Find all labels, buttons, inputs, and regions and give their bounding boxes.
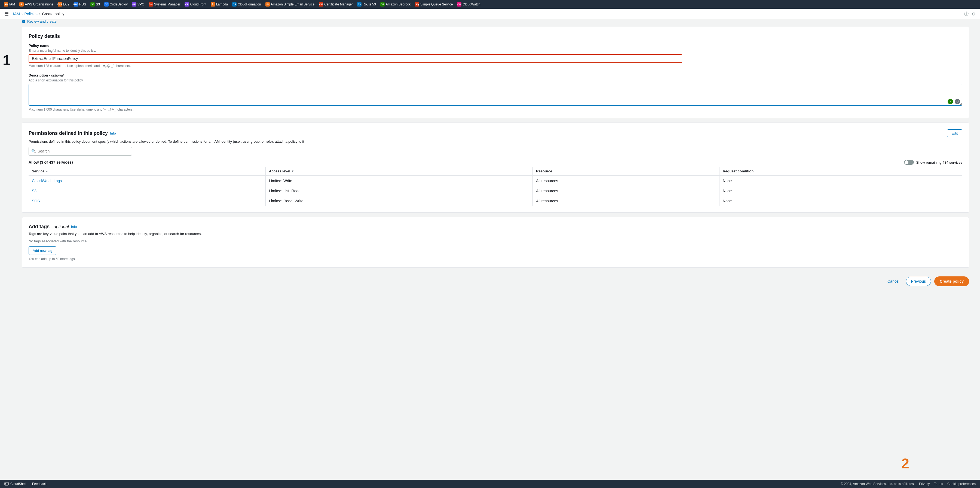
show-remaining-label: Show remaining 434 services	[916, 160, 962, 164]
s3-icon: S3	[91, 2, 95, 6]
permissions-info-link[interactable]: Info	[110, 131, 116, 136]
sort-arrow-access[interactable]: ▼	[291, 170, 294, 173]
permissions-edit-button[interactable]: Edit	[947, 129, 962, 137]
policy-desc-constraint: Maximum 1,000 characters. Use alphanumer…	[29, 108, 962, 112]
toggle-wrap: Show remaining 434 services	[904, 160, 962, 165]
textarea-icon-1: ✓	[948, 99, 953, 104]
permissions-description: Permissions defined in this policy docum…	[29, 139, 962, 144]
nav-item-cloudwatch[interactable]: CW CloudWatch	[455, 2, 482, 7]
service-link-1[interactable]: S3	[32, 189, 37, 193]
nav-item-iam[interactable]: IAM IAM	[2, 2, 17, 7]
nav-item-codedeploy[interactable]: CD CodeDeploy	[103, 2, 129, 7]
nav-label-ec2: EC2	[63, 2, 69, 6]
nav-label-s3: S3	[96, 2, 100, 6]
nav-item-ec2[interactable]: EC2 EC2	[56, 2, 71, 7]
table-row: CloudWatch Logs Limited: Write All resou…	[29, 175, 962, 186]
aws-org-icon: ⊞	[19, 2, 24, 6]
breadcrumb-policies[interactable]: Policies	[24, 12, 38, 16]
iam-icon: IAM	[4, 2, 8, 6]
nav-item-vpc[interactable]: VPC VPC	[130, 2, 146, 7]
condition-cell-1: None	[719, 186, 962, 196]
previous-button[interactable]: Previous	[906, 277, 931, 286]
sqs-icon: SQ	[415, 2, 419, 6]
settings-icon[interactable]: ⚙	[972, 11, 976, 17]
service-link-0[interactable]: CloudWatch Logs	[32, 179, 62, 183]
service-cell-1: S3	[29, 186, 266, 196]
systems-manager-icon: SM	[149, 2, 153, 6]
nav-item-bedrock[interactable]: BR Amazon Bedrock	[379, 2, 412, 7]
policy-name-input[interactable]	[29, 54, 682, 63]
nav-label-cert-manager: Certificate Manager	[324, 2, 353, 6]
policy-desc-label: Description - optional	[29, 73, 962, 77]
nav-item-rds[interactable]: RDS RDS	[72, 2, 88, 7]
search-icon: 🔍	[31, 149, 36, 153]
policy-name-label: Policy name	[29, 43, 962, 48]
resource-cell-2: All resources	[533, 196, 719, 206]
add-tags-info-link[interactable]: Info	[71, 225, 77, 229]
nav-item-s3[interactable]: S3 S3	[89, 2, 102, 7]
cancel-button[interactable]: Cancel	[884, 277, 903, 285]
service-link-2[interactable]: SQS	[32, 199, 40, 203]
nav-item-lambda[interactable]: λ Lambda	[209, 2, 229, 7]
create-policy-button[interactable]: Create policy	[934, 276, 969, 286]
toggle-thumb	[905, 160, 908, 164]
resource-cell-1: All resources	[533, 186, 719, 196]
cert-manager-icon: CM	[319, 2, 323, 6]
nav-label-cloudwatch: CloudWatch	[463, 2, 480, 6]
nav-item-sqs[interactable]: SQ Simple Queue Service	[413, 2, 454, 7]
show-remaining-toggle[interactable]	[904, 160, 914, 165]
condition-cell-2: None	[719, 196, 962, 206]
nav-label-systems-manager: Systems Manager	[154, 2, 180, 6]
permissions-title: Permissions defined in this policy	[29, 131, 108, 136]
nav-label-cloudformation: CloudFormation	[238, 2, 261, 6]
no-tags-label: No tags associated with the resource.	[29, 239, 962, 243]
nav-item-systems-manager[interactable]: SM Systems Manager	[147, 2, 182, 7]
th-service: Service ▲	[29, 167, 266, 175]
step-indicator-label: Review and create	[27, 19, 57, 24]
policy-details-title: Policy details	[29, 33, 962, 39]
nav-item-cert-manager[interactable]: CM Certificate Manager	[317, 2, 355, 7]
nav-item-cloudformation[interactable]: CF CloudFormation	[231, 2, 262, 7]
access-cell-2: Limited: Read, Write	[266, 196, 533, 206]
breadcrumb-iam[interactable]: IAM	[13, 12, 20, 16]
cloudformation-icon: CF	[232, 2, 237, 6]
policy-desc-wrapper: ✓ ↺	[29, 84, 962, 107]
nav-label-route53: Route 53	[363, 2, 376, 6]
condition-cell-0: None	[719, 175, 962, 186]
th-resource: Resource	[533, 167, 719, 175]
policy-desc-textarea[interactable]	[29, 84, 962, 106]
access-cell-0: Limited: Write	[266, 175, 533, 186]
nav-label-ses: Amazon Simple Email Service	[271, 2, 315, 6]
info-icon[interactable]: ⓘ	[964, 11, 969, 17]
hamburger-menu[interactable]: ☰	[4, 11, 9, 17]
route53-icon: 53	[357, 2, 361, 6]
table-header-row: Service ▲ Access level ▼ Resource	[29, 167, 962, 175]
add-tag-button[interactable]: Add new tag	[29, 246, 56, 255]
nav-label-rds: RDS	[79, 2, 86, 6]
search-wrapper: 🔍	[29, 147, 132, 155]
nav-item-aws-org[interactable]: ⊞ AWS Organizations	[18, 2, 55, 7]
nav-item-ses[interactable]: ✉ Amazon Simple Email Service	[264, 2, 316, 7]
vpc-icon: VPC	[132, 2, 136, 6]
th-access-level: Access level ▼	[266, 167, 533, 175]
resource-cell-0: All resources	[533, 175, 719, 186]
table-row: S3 Limited: List, Read All resources Non…	[29, 186, 962, 196]
nav-label-codedeploy: CodeDeploy	[110, 2, 128, 6]
check-circle-icon	[22, 20, 25, 24]
rds-icon: RDS	[74, 2, 78, 6]
permissions-table-body: CloudWatch Logs Limited: Write All resou…	[29, 175, 962, 206]
step-1-number: 1	[3, 52, 11, 69]
sort-arrow-service[interactable]: ▲	[45, 170, 48, 173]
search-input[interactable]	[29, 147, 132, 155]
footer-actions: Cancel Previous Create policy	[22, 272, 969, 290]
breadcrumb-sep-1: ›	[22, 12, 23, 16]
table-row: SQS Limited: Read, Write All resources N…	[29, 196, 962, 206]
ec2-icon: EC2	[58, 2, 62, 6]
policy-name-constraint: Maximum 128 characters. Use alphanumeric…	[29, 64, 962, 68]
step-indicator[interactable]: Review and create	[22, 19, 969, 24]
cloudfront-icon: CF	[185, 2, 189, 6]
nav-item-cloudfront[interactable]: CF CloudFront	[183, 2, 208, 7]
permissions-table: Service ▲ Access level ▼ Resource	[29, 167, 962, 206]
policy-name-hint: Enter a meaningful name to identify this…	[29, 49, 962, 53]
nav-item-route53[interactable]: 53 Route 53	[356, 2, 377, 7]
